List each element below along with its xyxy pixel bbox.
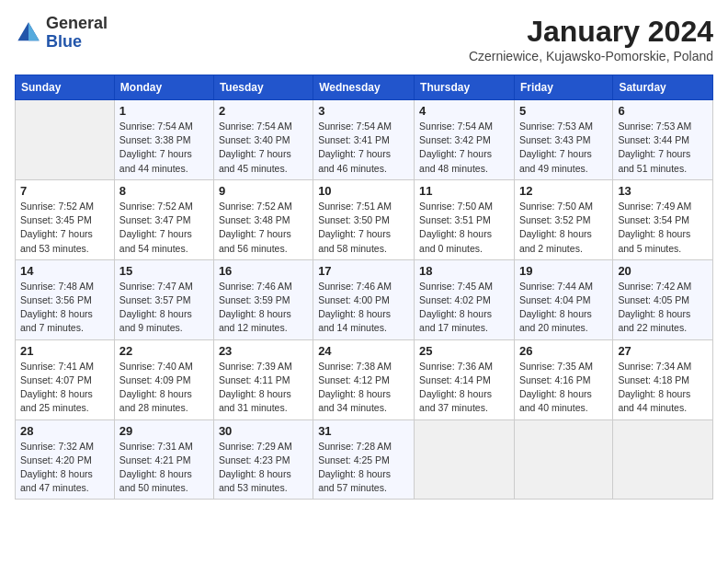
day-number: 17 <box>318 264 409 278</box>
day-info: Sunrise: 7:46 AMSunset: 3:59 PMDaylight:… <box>219 280 308 336</box>
calendar-week-4: 21Sunrise: 7:41 AMSunset: 4:07 PMDayligh… <box>16 339 713 419</box>
day-number: 30 <box>219 424 308 438</box>
day-info: Sunrise: 7:34 AMSunset: 4:18 PMDaylight:… <box>618 360 708 416</box>
day-number: 11 <box>419 184 509 198</box>
day-number: 31 <box>318 424 409 438</box>
logo: General Blue <box>15 15 108 52</box>
calendar-cell: 27Sunrise: 7:34 AMSunset: 4:18 PMDayligh… <box>613 339 713 419</box>
calendar-cell <box>514 419 612 500</box>
day-info: Sunrise: 7:51 AMSunset: 3:50 PMDaylight:… <box>318 200 409 256</box>
calendar-week-5: 28Sunrise: 7:32 AMSunset: 4:20 PMDayligh… <box>16 419 713 500</box>
calendar-cell: 20Sunrise: 7:42 AMSunset: 4:05 PMDayligh… <box>613 259 713 339</box>
day-number: 15 <box>119 264 209 278</box>
calendar-cell: 12Sunrise: 7:50 AMSunset: 3:52 PMDayligh… <box>514 179 612 259</box>
calendar-cell <box>415 419 515 500</box>
calendar-cell: 1Sunrise: 7:54 AMSunset: 3:38 PMDaylight… <box>114 100 213 180</box>
day-number: 10 <box>318 184 409 198</box>
weekday-header-saturday: Saturday <box>613 75 713 100</box>
calendar-cell: 3Sunrise: 7:54 AMSunset: 3:41 PMDaylight… <box>313 100 415 180</box>
day-info: Sunrise: 7:52 AMSunset: 3:48 PMDaylight:… <box>219 200 308 256</box>
day-info: Sunrise: 7:42 AMSunset: 4:05 PMDaylight:… <box>618 280 708 336</box>
day-number: 3 <box>318 104 409 118</box>
day-number: 8 <box>119 184 209 198</box>
day-number: 7 <box>20 184 109 198</box>
day-info: Sunrise: 7:53 AMSunset: 3:43 PMDaylight:… <box>519 120 608 176</box>
calendar-cell: 26Sunrise: 7:35 AMSunset: 4:16 PMDayligh… <box>514 339 612 419</box>
day-info: Sunrise: 7:52 AMSunset: 3:47 PMDaylight:… <box>119 200 209 256</box>
day-info: Sunrise: 7:46 AMSunset: 4:00 PMDaylight:… <box>318 280 409 336</box>
calendar-week-1: 1Sunrise: 7:54 AMSunset: 3:38 PMDaylight… <box>16 100 713 180</box>
calendar-cell: 25Sunrise: 7:36 AMSunset: 4:14 PMDayligh… <box>415 339 515 419</box>
weekday-header-thursday: Thursday <box>415 75 515 100</box>
day-number: 28 <box>20 424 109 438</box>
calendar-cell: 19Sunrise: 7:44 AMSunset: 4:04 PMDayligh… <box>514 259 612 339</box>
day-info: Sunrise: 7:48 AMSunset: 3:56 PMDaylight:… <box>20 280 109 336</box>
calendar-cell: 28Sunrise: 7:32 AMSunset: 4:20 PMDayligh… <box>16 419 115 500</box>
calendar-cell: 17Sunrise: 7:46 AMSunset: 4:00 PMDayligh… <box>313 259 415 339</box>
day-number: 9 <box>219 184 308 198</box>
calendar-cell: 30Sunrise: 7:29 AMSunset: 4:23 PMDayligh… <box>213 419 313 500</box>
logo-general: General <box>46 14 108 32</box>
day-number: 1 <box>119 104 209 118</box>
calendar-cell: 8Sunrise: 7:52 AMSunset: 3:47 PMDaylight… <box>114 179 213 259</box>
calendar-week-3: 14Sunrise: 7:48 AMSunset: 3:56 PMDayligh… <box>16 259 713 339</box>
calendar-cell: 11Sunrise: 7:50 AMSunset: 3:51 PMDayligh… <box>415 179 515 259</box>
day-number: 13 <box>618 184 708 198</box>
calendar-body: 1Sunrise: 7:54 AMSunset: 3:38 PMDaylight… <box>16 100 713 500</box>
day-info: Sunrise: 7:47 AMSunset: 3:57 PMDaylight:… <box>119 280 209 336</box>
day-number: 4 <box>419 104 509 118</box>
day-info: Sunrise: 7:44 AMSunset: 4:04 PMDaylight:… <box>519 280 608 336</box>
day-info: Sunrise: 7:28 AMSunset: 4:25 PMDaylight:… <box>318 440 409 496</box>
calendar-cell: 29Sunrise: 7:31 AMSunset: 4:21 PMDayligh… <box>114 419 213 500</box>
weekday-header-row: SundayMondayTuesdayWednesdayThursdayFrid… <box>16 75 713 100</box>
day-number: 12 <box>519 184 608 198</box>
calendar-cell: 31Sunrise: 7:28 AMSunset: 4:25 PMDayligh… <box>313 419 415 500</box>
logo-blue: Blue <box>46 32 82 51</box>
day-info: Sunrise: 7:49 AMSunset: 3:54 PMDaylight:… <box>618 200 708 256</box>
calendar-cell: 14Sunrise: 7:48 AMSunset: 3:56 PMDayligh… <box>16 259 115 339</box>
day-number: 25 <box>419 344 509 358</box>
day-number: 20 <box>618 264 708 278</box>
day-info: Sunrise: 7:36 AMSunset: 4:14 PMDaylight:… <box>419 360 509 416</box>
calendar-cell: 4Sunrise: 7:54 AMSunset: 3:42 PMDaylight… <box>415 100 515 180</box>
day-info: Sunrise: 7:32 AMSunset: 4:20 PMDaylight:… <box>20 440 109 496</box>
day-info: Sunrise: 7:39 AMSunset: 4:11 PMDaylight:… <box>219 360 308 416</box>
logo-icon <box>15 19 42 47</box>
day-info: Sunrise: 7:54 AMSunset: 3:38 PMDaylight:… <box>119 120 209 176</box>
day-number: 26 <box>519 344 608 358</box>
day-info: Sunrise: 7:31 AMSunset: 4:21 PMDaylight:… <box>119 440 209 496</box>
calendar-cell: 22Sunrise: 7:40 AMSunset: 4:09 PMDayligh… <box>114 339 213 419</box>
weekday-header-tuesday: Tuesday <box>213 75 313 100</box>
weekday-header-wednesday: Wednesday <box>313 75 415 100</box>
svg-marker-1 <box>28 22 40 40</box>
day-number: 6 <box>618 104 708 118</box>
day-info: Sunrise: 7:38 AMSunset: 4:12 PMDaylight:… <box>318 360 409 416</box>
page-header: General Blue January 2024 Czerniewice, K… <box>15 15 713 63</box>
calendar-cell: 10Sunrise: 7:51 AMSunset: 3:50 PMDayligh… <box>313 179 415 259</box>
calendar-cell <box>613 419 713 500</box>
day-info: Sunrise: 7:54 AMSunset: 3:42 PMDaylight:… <box>419 120 509 176</box>
calendar-cell: 23Sunrise: 7:39 AMSunset: 4:11 PMDayligh… <box>213 339 313 419</box>
calendar-cell: 15Sunrise: 7:47 AMSunset: 3:57 PMDayligh… <box>114 259 213 339</box>
day-number: 21 <box>20 344 109 358</box>
day-info: Sunrise: 7:35 AMSunset: 4:16 PMDaylight:… <box>519 360 608 416</box>
calendar-cell: 13Sunrise: 7:49 AMSunset: 3:54 PMDayligh… <box>613 179 713 259</box>
day-number: 5 <box>519 104 608 118</box>
day-info: Sunrise: 7:41 AMSunset: 4:07 PMDaylight:… <box>20 360 109 416</box>
weekday-header-monday: Monday <box>114 75 213 100</box>
day-info: Sunrise: 7:52 AMSunset: 3:45 PMDaylight:… <box>20 200 109 256</box>
day-number: 2 <box>219 104 308 118</box>
calendar-week-2: 7Sunrise: 7:52 AMSunset: 3:45 PMDaylight… <box>16 179 713 259</box>
day-number: 22 <box>119 344 209 358</box>
weekday-header-friday: Friday <box>514 75 612 100</box>
day-info: Sunrise: 7:50 AMSunset: 3:51 PMDaylight:… <box>419 200 509 256</box>
day-number: 19 <box>519 264 608 278</box>
day-info: Sunrise: 7:40 AMSunset: 4:09 PMDaylight:… <box>119 360 209 416</box>
day-info: Sunrise: 7:50 AMSunset: 3:52 PMDaylight:… <box>519 200 608 256</box>
title-block: January 2024 Czerniewice, Kujawsko-Pomor… <box>469 15 713 63</box>
weekday-header-sunday: Sunday <box>16 75 115 100</box>
calendar-cell: 7Sunrise: 7:52 AMSunset: 3:45 PMDaylight… <box>16 179 115 259</box>
month-title: January 2024 <box>469 15 713 49</box>
calendar-cell: 5Sunrise: 7:53 AMSunset: 3:43 PMDaylight… <box>514 100 612 180</box>
day-number: 18 <box>419 264 509 278</box>
